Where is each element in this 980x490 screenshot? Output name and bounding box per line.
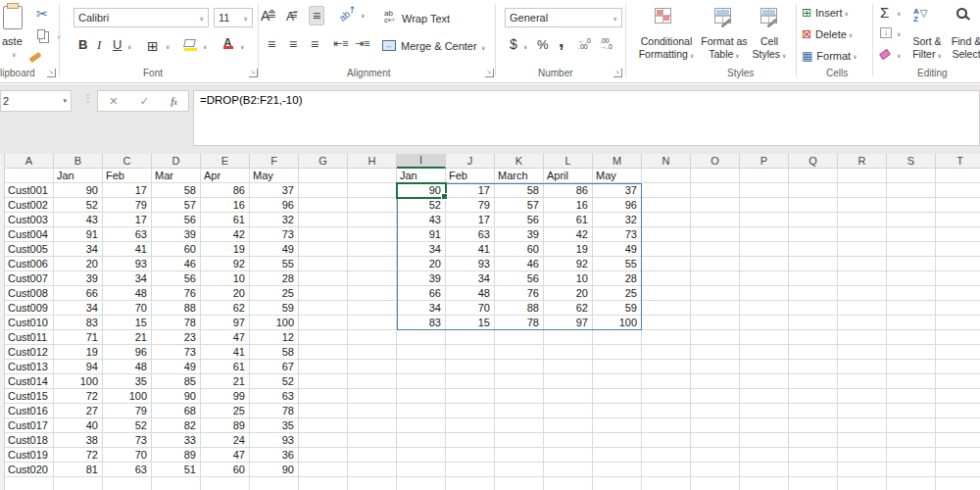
cell[interactable]: 58 <box>495 183 544 198</box>
cell[interactable]: 17 <box>103 213 152 227</box>
cell[interactable]: 85 <box>152 374 201 389</box>
column-header-S[interactable]: S <box>887 154 936 169</box>
cell[interactable]: 88 <box>495 301 544 316</box>
cell[interactable]: May <box>250 169 299 183</box>
cell[interactable]: Cust020 <box>5 463 54 477</box>
cell[interactable]: 56 <box>152 213 201 227</box>
cell[interactable]: 17 <box>103 183 152 198</box>
copy-icon[interactable] <box>37 29 45 39</box>
cell[interactable]: 90 <box>250 463 299 477</box>
cell[interactable]: Cust004 <box>5 227 54 242</box>
cell[interactable]: 52 <box>103 418 152 433</box>
formula-bar-grip[interactable]: ⋮ <box>83 93 93 104</box>
cell[interactable]: 91 <box>54 227 103 242</box>
cell[interactable]: 25 <box>201 404 250 418</box>
cell[interactable]: 100 <box>103 389 152 404</box>
cell[interactable]: Cust015 <box>5 389 54 404</box>
cell[interactable]: 10 <box>544 271 593 286</box>
alignment-dialog-launcher[interactable]: ↘ <box>485 69 494 77</box>
column-header-L[interactable]: L <box>544 154 593 169</box>
cell[interactable]: Cust016 <box>5 404 54 418</box>
column-header-F[interactable]: F <box>250 154 299 169</box>
cell[interactable]: 41 <box>103 242 152 257</box>
insert-cells-button[interactable]: ⊞ Insert ∨ <box>802 6 849 20</box>
cell[interactable]: 28 <box>593 271 642 286</box>
cell[interactable]: 96 <box>103 345 152 360</box>
column-header-C[interactable]: C <box>103 154 152 169</box>
cell[interactable]: 93 <box>446 257 495 271</box>
cell[interactable]: 15 <box>103 316 152 330</box>
cell[interactable]: 41 <box>446 242 495 257</box>
cell[interactable]: 91 <box>397 227 446 242</box>
cell[interactable]: 83 <box>54 316 103 330</box>
autosum-icon[interactable]: Σ <box>880 4 889 21</box>
wrap-text-button[interactable]: Wrap Text <box>402 13 450 24</box>
cell[interactable]: 82 <box>152 418 201 433</box>
cell[interactable]: Cust009 <box>5 301 54 316</box>
column-header-P[interactable]: P <box>740 154 789 169</box>
cell[interactable]: 100 <box>250 316 299 330</box>
delete-cells-button[interactable]: ⊠ Delete ∨ <box>802 27 853 41</box>
cell[interactable]: 33 <box>152 433 201 448</box>
cell[interactable]: 20 <box>201 286 250 301</box>
cell[interactable]: 72 <box>54 448 103 463</box>
cell[interactable]: 70 <box>446 301 495 316</box>
cell[interactable]: Cust008 <box>5 286 54 301</box>
cell[interactable]: 79 <box>103 404 152 418</box>
cell[interactable]: Cust002 <box>5 198 54 213</box>
cell[interactable]: 23 <box>152 330 201 345</box>
cell[interactable]: 36 <box>250 448 299 463</box>
cell[interactable]: 46 <box>152 257 201 271</box>
column-header-B[interactable]: B <box>54 154 103 169</box>
cell[interactable]: 20 <box>544 286 593 301</box>
column-header-Q[interactable]: Q <box>789 154 838 169</box>
cell[interactable]: 81 <box>54 463 103 477</box>
clipboard-dialog-launcher[interactable]: ↘ <box>47 69 56 77</box>
align-top-button[interactable]: ≡ <box>268 6 275 24</box>
cell[interactable]: Cust007 <box>5 271 54 286</box>
column-header-O[interactable]: O <box>691 154 740 169</box>
cell[interactable]: 60 <box>201 463 250 477</box>
cell[interactable]: 42 <box>544 227 593 242</box>
cell[interactable]: Feb <box>103 169 152 183</box>
column-header-M[interactable]: M <box>593 154 642 169</box>
cell[interactable]: 12 <box>250 330 299 345</box>
cell[interactable]: 66 <box>397 286 446 301</box>
cell[interactable]: Feb <box>446 169 495 183</box>
cell-styles-button[interactable]: Cell Styles∨ <box>747 35 792 63</box>
cell[interactable]: 94 <box>54 360 103 374</box>
cell[interactable]: Cust017 <box>5 418 54 433</box>
cell[interactable]: 34 <box>54 301 103 316</box>
cell[interactable]: 92 <box>544 257 593 271</box>
cell[interactable]: 61 <box>544 213 593 227</box>
cell[interactable]: 63 <box>250 389 299 404</box>
cell[interactable]: Cust006 <box>5 257 54 271</box>
cell[interactable]: 39 <box>54 271 103 286</box>
sort-filter-button[interactable]: Sort & Filter∨ <box>906 35 949 63</box>
cell[interactable]: 35 <box>250 418 299 433</box>
column-header-G[interactable]: G <box>299 154 348 169</box>
cell[interactable]: 59 <box>250 301 299 316</box>
cell[interactable]: 25 <box>250 286 299 301</box>
cell[interactable]: 88 <box>152 301 201 316</box>
accounting-format-icon[interactable]: $ <box>510 36 517 52</box>
increase-decimal-icon[interactable]: ←.0.00 <box>578 38 591 50</box>
cell[interactable]: 28 <box>250 271 299 286</box>
cell[interactable]: 86 <box>201 183 250 198</box>
cell[interactable]: March <box>495 169 544 183</box>
cell[interactable]: Cust014 <box>5 374 54 389</box>
format-as-table-button[interactable]: Format as Table∨ <box>698 35 751 63</box>
cell[interactable]: 97 <box>544 316 593 330</box>
cell[interactable]: 17 <box>446 183 495 198</box>
cell[interactable]: 34 <box>397 242 446 257</box>
cell[interactable]: April <box>544 169 593 183</box>
cell[interactable]: 43 <box>397 213 446 227</box>
cell[interactable]: 73 <box>152 345 201 360</box>
cell[interactable]: 34 <box>397 301 446 316</box>
cell[interactable]: 62 <box>544 301 593 316</box>
cell[interactable]: 25 <box>593 286 642 301</box>
cell[interactable]: 34 <box>446 271 495 286</box>
decrease-decimal-icon[interactable]: .00→.0 <box>600 38 612 50</box>
font-size-combo[interactable]: 11 ∨ <box>214 8 253 27</box>
cell[interactable]: Cust010 <box>5 316 54 330</box>
